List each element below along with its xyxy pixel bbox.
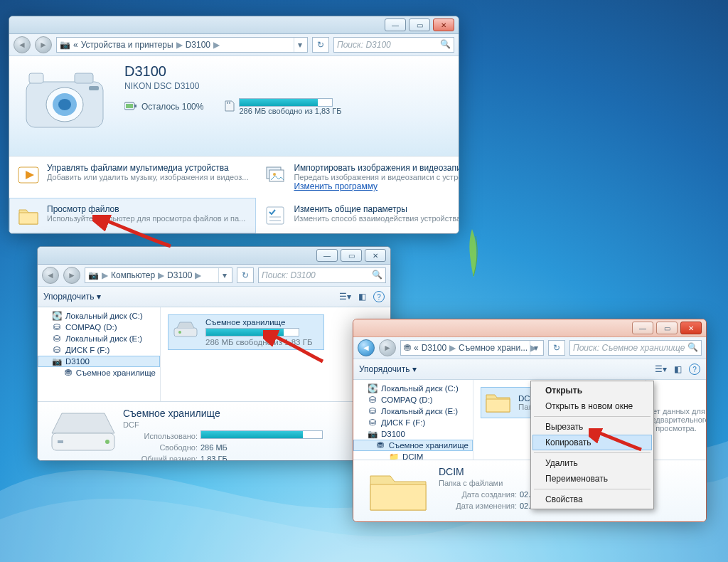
tree-item-d3100[interactable]: 📷D3100 xyxy=(353,428,473,440)
minimize-button[interactable]: — xyxy=(316,249,338,262)
folder-icon: 📁 xyxy=(389,452,399,460)
breadcrumb[interactable]: Компьютер xyxy=(111,270,155,280)
search-input[interactable]: Поиск: D3100 🔍 xyxy=(258,267,386,283)
refresh-button[interactable]: ↻ xyxy=(312,37,329,53)
svg-rect-5 xyxy=(29,73,43,83)
svg-rect-9 xyxy=(134,105,136,107)
drive-icon: ⛃ xyxy=(65,368,73,378)
nav-forward-button[interactable]: ► xyxy=(379,339,396,356)
tree-item-disk-f[interactable]: ⛁ДИСК F (F:) xyxy=(353,417,473,428)
tree-item-disk-f[interactable]: ⛁ДИСК F (F:) xyxy=(38,344,160,356)
svg-point-16 xyxy=(273,173,276,176)
close-button[interactable]: ✕ xyxy=(680,322,702,334)
folder-large-icon xyxy=(363,466,434,514)
task-manage-media[interactable]: Управлять файлами мультимедиа устройства… xyxy=(9,157,256,198)
search-input[interactable]: Поиск: D3100 🔍 xyxy=(333,37,454,53)
preview-pane: Нет данных для предварительного просмотр… xyxy=(646,380,706,460)
tree-item-local-e[interactable]: ⛁Локальный диск (E:) xyxy=(353,405,473,417)
nav-forward-button[interactable]: ► xyxy=(35,36,52,53)
maximize-button[interactable]: ▭ xyxy=(409,18,430,31)
preview-pane-icon[interactable]: ◧ xyxy=(356,291,368,302)
close-button[interactable]: ✕ xyxy=(433,18,454,31)
close-button[interactable]: ✕ xyxy=(365,249,386,262)
tree-item-compaq[interactable]: ⛁COMPAQ (D:) xyxy=(353,394,473,405)
cm-open[interactable]: Открыть xyxy=(532,383,652,398)
task-import[interactable]: Импортировать изображения и видеозаписи … xyxy=(256,157,459,198)
tree-item-compaq[interactable]: ⛁COMPAQ (D:) xyxy=(38,322,160,333)
nav-back-button[interactable]: ◄ xyxy=(358,339,375,356)
import-photos-icon xyxy=(264,163,287,186)
tree-item-dcim[interactable]: 📁DCIM xyxy=(353,451,473,460)
device-title: D3100 xyxy=(124,63,341,80)
address-dropdown-icon[interactable]: ▾ xyxy=(530,341,542,355)
cm-properties[interactable]: Свойства xyxy=(532,492,652,507)
task-change-settings[interactable]: Изменить общие параметры Изменить способ… xyxy=(256,198,459,233)
device-icon: 📷 xyxy=(60,40,70,50)
nav-forward-button[interactable]: ► xyxy=(63,267,80,284)
titlebar[interactable]: — ▭ ✕ xyxy=(38,247,390,265)
help-icon[interactable]: ? xyxy=(373,291,385,302)
tree-item-d3100[interactable]: 📷D3100 xyxy=(38,356,160,367)
minimize-button[interactable]: — xyxy=(385,18,406,31)
hdd-icon: ⛁ xyxy=(368,418,378,428)
cm-separator xyxy=(534,452,651,453)
address-bar[interactable]: 📷 « Устройства и принтеры ▶ D3100 ▶ ▾ xyxy=(56,37,308,53)
address-bar[interactable]: ⛃ « D3100 ▶ Съемное храни... ▶ ▾ xyxy=(400,340,544,356)
tree-item-local-c[interactable]: 💽Локальный диск (C:) xyxy=(353,383,473,394)
titlebar[interactable]: — ▭ ✕ xyxy=(9,16,459,34)
breadcrumb[interactable]: D3100 xyxy=(422,343,446,353)
breadcrumb[interactable]: Устройства и принтеры xyxy=(81,40,173,50)
address-dropdown-icon[interactable]: ▾ xyxy=(218,268,230,282)
view-options-icon[interactable]: ☰▾ xyxy=(339,291,350,302)
svg-rect-8 xyxy=(126,104,133,108)
refresh-button[interactable]: ↻ xyxy=(548,340,565,356)
svg-rect-17 xyxy=(267,207,284,224)
nav-back-button[interactable]: ◄ xyxy=(14,36,31,53)
maximize-button[interactable]: ▭ xyxy=(656,322,678,334)
address-dropdown-icon[interactable]: ▾ xyxy=(294,38,306,52)
cm-copy[interactable]: Копировать xyxy=(532,435,652,450)
change-program-link[interactable]: Изменить программу xyxy=(294,181,459,191)
view-options-icon[interactable]: ☰▾ xyxy=(655,364,666,375)
titlebar[interactable]: — ▭ ✕ xyxy=(353,319,706,337)
address-bar[interactable]: 📷 ▶ Компьютер ▶ D3100 ▶ ▾ xyxy=(85,267,232,283)
removable-storage-tile[interactable]: Съемное хранилище 286 МБ свободно из 1,8… xyxy=(168,314,324,350)
minimize-button[interactable]: — xyxy=(632,322,653,334)
tree-item-removable[interactable]: ⛃Съемное хранилище xyxy=(353,440,473,451)
organize-button[interactable]: Упорядочить ▾ xyxy=(359,364,417,374)
tree-item-local-e[interactable]: ⛁Локальный диск (E:) xyxy=(38,333,160,344)
maximize-button[interactable]: ▭ xyxy=(341,249,362,262)
drive-icon xyxy=(171,318,200,341)
nav-back-button[interactable]: ◄ xyxy=(42,267,59,284)
help-icon[interactable]: ? xyxy=(689,364,700,375)
navigation-tree[interactable]: 💽Локальный диск (C:) ⛁COMPAQ (D:) ⛁Локал… xyxy=(353,380,473,460)
folder-icon xyxy=(17,204,40,227)
task-view-files[interactable]: Просмотр файлов Используйте компьютер дл… xyxy=(9,198,256,233)
battery-icon xyxy=(124,102,137,112)
search-icon: 🔍 xyxy=(372,270,382,280)
breadcrumb[interactable]: D3100 xyxy=(167,270,192,280)
used-bar xyxy=(200,430,323,439)
cm-open-new-window[interactable]: Открыть в новом окне xyxy=(532,398,652,414)
tree-item-local-c[interactable]: 💽Локальный диск (C:) xyxy=(38,310,160,322)
refresh-button[interactable]: ↻ xyxy=(237,267,254,283)
cm-rename[interactable]: Переименовать xyxy=(532,471,652,487)
drive-large-icon xyxy=(48,408,119,456)
organize-button[interactable]: Упорядочить ▾ xyxy=(43,292,101,302)
breadcrumb[interactable]: D3100 xyxy=(186,40,210,50)
preview-pane-icon[interactable]: ◧ xyxy=(672,364,683,375)
search-icon: 🔍 xyxy=(687,342,698,352)
breadcrumb[interactable]: Съемное храни... xyxy=(459,343,528,353)
cm-cut[interactable]: Вырезать xyxy=(532,419,652,435)
hdd-icon: 💽 xyxy=(368,383,378,393)
svg-rect-4 xyxy=(75,73,93,83)
svg-rect-20 xyxy=(174,328,197,336)
svg-rect-23 xyxy=(58,440,63,443)
navigation-tree[interactable]: 💽Локальный диск (C:) ⛁COMPAQ (D:) ⛁Локал… xyxy=(38,307,161,401)
search-input[interactable]: Поиск: Съемное хранилище 🔍 xyxy=(569,340,702,356)
hdd-icon: 💽 xyxy=(52,311,62,321)
tree-item-removable[interactable]: ⛃Съемное хранилище xyxy=(38,367,160,378)
hdd-icon: ⛁ xyxy=(52,322,62,332)
cm-delete[interactable]: Удалить xyxy=(532,455,652,471)
details-title: Съемное хранилище xyxy=(123,408,323,419)
